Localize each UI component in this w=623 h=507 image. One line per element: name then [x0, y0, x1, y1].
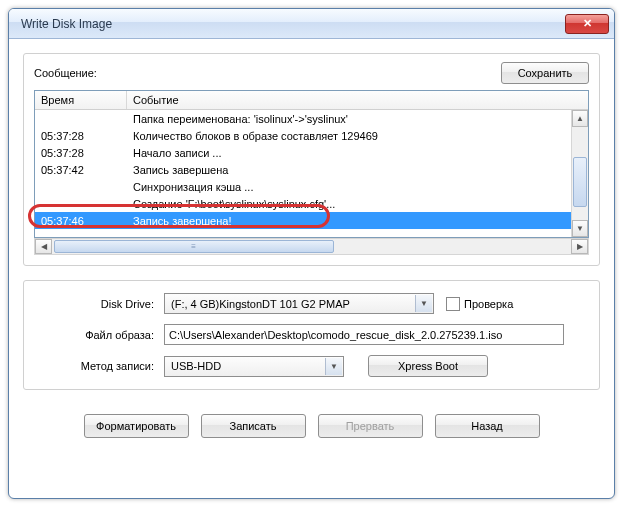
list-rows: Папка переименована: 'isolinux'->'syslin…: [35, 110, 571, 237]
list-header: Время Событие: [35, 91, 588, 110]
table-row[interactable]: Синхронизация кэша ...: [35, 178, 571, 195]
scroll-left-icon[interactable]: ◀: [35, 239, 52, 254]
verify-label: Проверка: [464, 298, 513, 310]
abort-button: Прервать: [318, 414, 423, 438]
log-group: Сообщение: Сохранить Время Событие Папка…: [23, 53, 600, 266]
image-file-label: Файл образа:: [34, 329, 164, 341]
close-button[interactable]: ✕: [565, 14, 609, 34]
write-method-value: USB-HDD: [171, 360, 221, 372]
format-button[interactable]: Форматировать: [84, 414, 189, 438]
table-row[interactable]: Создание 'F:\boot\syslinux\syslinux.cfg'…: [35, 195, 571, 212]
column-event[interactable]: Событие: [127, 91, 588, 109]
table-row[interactable]: Папка переименована: 'isolinux'->'syslin…: [35, 110, 571, 127]
disk-drive-label: Disk Drive:: [34, 298, 164, 310]
window-frame: Write Disk Image ✕ Сообщение: Сохранить …: [8, 8, 615, 499]
table-row[interactable]: 05:37:28Начало записи ...: [35, 144, 571, 161]
titlebar[interactable]: Write Disk Image ✕: [9, 9, 614, 39]
scroll-right-icon[interactable]: ▶: [571, 239, 588, 254]
verify-checkbox[interactable]: [446, 297, 460, 311]
scroll-track[interactable]: [572, 127, 588, 220]
write-method-select[interactable]: USB-HDD ▼: [164, 356, 344, 377]
vertical-scrollbar[interactable]: ▲ ▼: [571, 110, 588, 237]
log-listbox[interactable]: Время Событие Папка переименована: 'isol…: [34, 90, 589, 238]
write-method-label: Метод записи:: [34, 360, 164, 372]
disk-drive-value: (F:, 4 GB)KingstonDT 101 G2 PMAP: [171, 298, 350, 310]
settings-group: Disk Drive: (F:, 4 GB)KingstonDT 101 G2 …: [23, 280, 600, 390]
scroll-up-icon[interactable]: ▲: [572, 110, 588, 127]
close-icon: ✕: [583, 17, 592, 30]
column-time[interactable]: Время: [35, 91, 127, 109]
table-row[interactable]: 05:37:42Запись завершена: [35, 161, 571, 178]
content-area: Сообщение: Сохранить Время Событие Папка…: [9, 39, 614, 452]
chevron-down-icon: ▼: [415, 295, 432, 312]
table-row-selected[interactable]: 05:37:46Запись завершена!: [35, 212, 571, 229]
horizontal-scrollbar[interactable]: ◀ ≡ ▶: [34, 238, 589, 255]
back-button[interactable]: Назад: [435, 414, 540, 438]
save-button[interactable]: Сохранить: [501, 62, 589, 84]
scroll-thumb[interactable]: [573, 157, 587, 207]
xpress-boot-button[interactable]: Xpress Boot: [368, 355, 488, 377]
scroll-down-icon[interactable]: ▼: [572, 220, 588, 237]
message-label: Сообщение:: [34, 67, 501, 79]
write-button[interactable]: Записать: [201, 414, 306, 438]
window-title: Write Disk Image: [21, 17, 565, 31]
table-row[interactable]: 05:37:28Количество блоков в образе соста…: [35, 127, 571, 144]
chevron-down-icon: ▼: [325, 358, 342, 375]
image-file-input[interactable]: [164, 324, 564, 345]
disk-drive-select[interactable]: (F:, 4 GB)KingstonDT 101 G2 PMAP ▼: [164, 293, 434, 314]
hscroll-track[interactable]: ≡: [52, 239, 571, 254]
hscroll-thumb[interactable]: ≡: [54, 240, 334, 253]
button-row: Форматировать Записать Прервать Назад: [23, 414, 600, 438]
